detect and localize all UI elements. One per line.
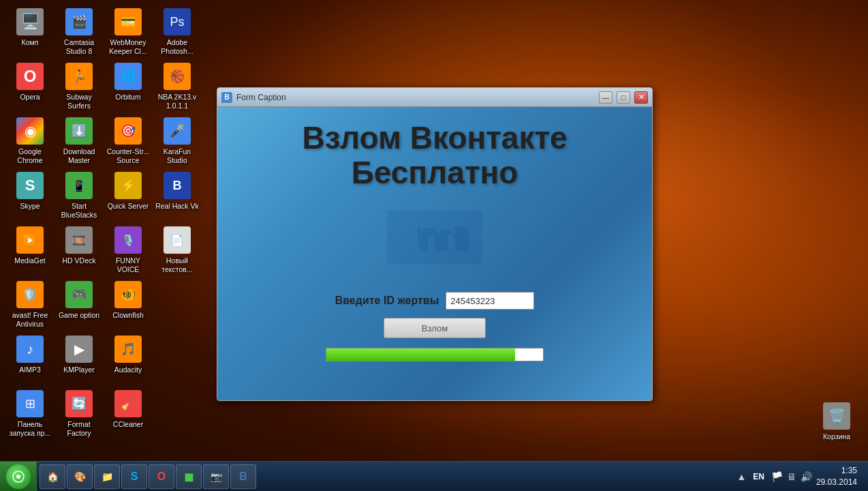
desktop-icon-quick-server[interactable]: ⚡ Quick Server <box>104 169 153 224</box>
close-button[interactable]: ✕ <box>634 91 648 104</box>
explorer-icon: 🏠 <box>46 470 59 483</box>
desktop-icons-area: 🖥️ Комп O Opera ◉ Google Chrome S Skype … <box>0 0 211 464</box>
desktop-icon-karafun[interactable]: 🎤 KaraFun Studio <box>153 115 202 169</box>
progress-bar-fill <box>326 348 515 361</box>
karafun-icon: 🎤 <box>164 117 191 145</box>
formatfactory-icon: 🔄 <box>65 390 93 417</box>
dialog-title-icon: B <box>221 92 232 103</box>
desktop-icon-download-master[interactable]: ⬇️ Download Master <box>55 115 104 169</box>
desktop-icon-mediaget[interactable]: ▶️ MediaGet <box>5 224 55 278</box>
maximize-button[interactable]: □ <box>617 91 630 104</box>
desktop-icon-webmoney[interactable]: 💳 WebMoney Keeper Cl... <box>104 5 153 60</box>
funnyvoice-icon: 🎙️ <box>114 226 142 254</box>
icon-label: avast! Free Antivirus <box>8 311 52 328</box>
taskbar-btn-opera[interactable]: O <box>149 464 174 489</box>
taskbar-btn-folder[interactable]: 📁 <box>94 464 120 489</box>
desktop-icon-game-option[interactable]: 🎮 Game option <box>55 278 104 333</box>
icon-label: Панель запуска пр... <box>8 420 52 437</box>
taskbar-btn-vk[interactable]: B <box>230 464 256 489</box>
icon-label: Adobe Photosh... <box>155 38 199 55</box>
tray-icon-1[interactable]: ▲ <box>737 471 746 482</box>
nba-icon: 🏀 <box>164 63 191 90</box>
volume-icon[interactable]: 🔊 <box>801 471 812 482</box>
subway-icon: 🏃 <box>65 63 93 90</box>
opera-icon: O <box>16 63 44 90</box>
icon-label: Google Chrome <box>8 147 52 164</box>
desktop-icon-opera[interactable]: O Opera <box>5 60 55 115</box>
icon-label: Format Factory <box>57 420 101 437</box>
desktop-icon-my-computer[interactable]: 🖥️ Комп <box>5 5 55 60</box>
start-orb <box>6 464 31 489</box>
desktop-icon-counter-strike[interactable]: 🎯 Counter-Str... Source <box>104 115 153 169</box>
language-indicator[interactable]: EN <box>750 472 767 481</box>
icon-label: Subway Surfers <box>57 93 101 110</box>
desktop-icon-kmplayer[interactable]: ▶ KMPlayer <box>55 333 104 387</box>
id-input-field[interactable] <box>446 292 534 310</box>
folder-icon: 📁 <box>100 470 114 483</box>
desktop-icon-adobe[interactable]: Ps Adobe Photosh... <box>153 5 202 60</box>
desktop-icon-subway[interactable]: 🏃 Subway Surfers <box>55 60 104 115</box>
icon-label: Orbitum <box>115 93 140 102</box>
taskbar-btn-photo[interactable]: 📷 <box>203 464 229 489</box>
icon-label: Комп <box>22 38 39 47</box>
desktop-icon-recycle-bin[interactable]: 🗑️ Корзина <box>812 400 861 454</box>
mediaget-icon: ▶️ <box>16 226 44 254</box>
desktop-icon-bluestacks[interactable]: 📱 Start BlueStacks <box>55 169 104 224</box>
desktop-icon-camtasia[interactable]: 🎬 Camtasia Studio 8 <box>55 5 104 60</box>
taskbar-btn-skype[interactable]: S <box>121 464 147 489</box>
monitor-icon: 🖥 <box>787 471 796 482</box>
icon-label: Новый текстов... <box>155 256 199 273</box>
taskbar: 🏠 🎨 📁 S O ◼ 📷 B ▲ EN 🏳️ 🖥 🔊 1:35 <box>0 461 868 491</box>
green-icon: ◼ <box>182 470 196 483</box>
id-input-row: Введите ID жертвы <box>335 292 535 310</box>
icon-label: Quick Server <box>108 202 149 211</box>
icon-label: AIMP3 <box>19 366 41 374</box>
minimize-button[interactable]: — <box>599 91 613 104</box>
desktop-icon-avast[interactable]: 🛡️ avast! Free Antivirus <box>5 278 55 333</box>
svg-point-1 <box>16 475 20 479</box>
adobe-icon: Ps <box>164 8 191 35</box>
aimp-icon: ♪ <box>16 336 44 363</box>
desktop-icon-orbitum[interactable]: 🌐 Orbitum <box>104 60 153 115</box>
icon-label: Audacity <box>114 366 142 374</box>
avast-icon: 🛡️ <box>16 281 44 308</box>
dialog-title-text: Form Caption <box>236 93 595 102</box>
icon-label: KaraFun Studio <box>155 147 199 164</box>
input-label: Введите ID жертвы <box>335 295 439 307</box>
icon-label: FUNNY VOICE <box>106 256 150 273</box>
desktop-icon-aimp3[interactable]: ♪ AIMP3 <box>5 333 55 387</box>
desktop-icon-audacity[interactable]: 🎵 Audacity <box>104 333 153 387</box>
desktop-icon-funny-voice[interactable]: 🎙️ FUNNY VOICE <box>104 224 153 278</box>
vk-taskbar-icon: B <box>236 470 250 483</box>
icon-label: Real Hack Vk <box>155 202 199 211</box>
hack-button[interactable]: Взлом <box>384 318 486 338</box>
paint-icon: 🎨 <box>73 470 87 483</box>
desktop-icon-panel[interactable]: ⊞ Панель запуска пр... <box>5 387 55 442</box>
quickserver-icon: ⚡ <box>114 172 142 199</box>
desktop-icon-format-factory[interactable]: 🔄 Format Factory <box>55 387 104 442</box>
desktop-icon-real-hack[interactable]: B Real Hack Vk <box>153 169 202 224</box>
clownfish-icon: 🐠 <box>114 281 142 308</box>
start-button[interactable] <box>0 462 37 492</box>
taskbar-btn-green[interactable]: ◼ <box>176 464 202 489</box>
newtext-icon: 📄 <box>164 226 191 254</box>
icon-label: Skype <box>20 202 40 211</box>
desktop-icon-new-text[interactable]: 📄 Новый текстов... <box>153 224 202 278</box>
dialog-window: B Form Caption — □ ✕ Взлом Вконтакте Бес… <box>217 87 653 401</box>
taskbar-btn-explorer[interactable]: 🏠 <box>40 464 65 489</box>
webmoney-icon: 💳 <box>114 8 142 35</box>
desktop-icon-ccleaner[interactable]: 🧹 CCleaner <box>104 387 153 442</box>
desktop-icon-skype[interactable]: S Skype <box>5 169 55 224</box>
icon-label: CCleaner <box>113 420 143 429</box>
icon-label: Корзина <box>823 432 850 441</box>
icon-label: Start BlueStacks <box>57 202 101 219</box>
icon-label: HD VDeck <box>62 256 95 265</box>
ccleaner-icon: 🧹 <box>114 390 142 417</box>
taskbar-btn-paint[interactable]: 🎨 <box>67 464 93 489</box>
desktop-icon-clownfish[interactable]: 🐠 Clownfish <box>104 278 153 333</box>
taskbar-clock[interactable]: 1:35 29.03.2014 <box>816 465 863 488</box>
desktop-icon-hdvdeck[interactable]: 🎞️ HD VDeck <box>55 224 104 278</box>
desktop-icon-google-chrome[interactable]: ◉ Google Chrome <box>5 115 55 169</box>
photo-icon: 📷 <box>209 470 223 483</box>
desktop-icon-nba2k13[interactable]: 🏀 NBA 2K13.v 1.0.1.1 <box>153 60 202 115</box>
